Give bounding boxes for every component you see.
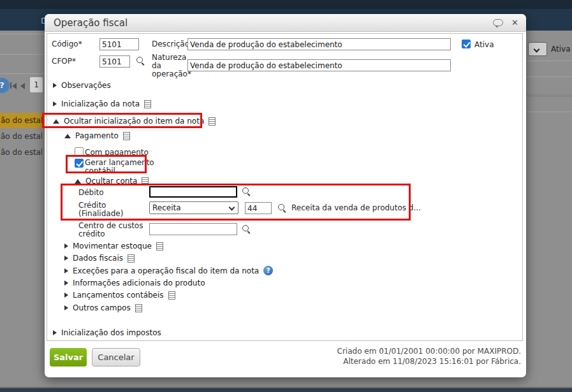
operacao-fiscal-dialog: Operação fiscal ✕ Código* Descrição* Ati… — [45, 14, 526, 377]
app-top-bar — [0, 0, 572, 9]
app-bottom-bar — [0, 387, 572, 392]
credito-code-input[interactable] — [245, 202, 272, 214]
comment-icon[interactable] — [493, 19, 503, 26]
close-icon[interactable]: ✕ — [511, 18, 518, 27]
section-ocultar-item-nota[interactable]: Ocultar inicialização do item da nota — [53, 117, 216, 126]
section-label: Inicialização da nota — [61, 99, 140, 108]
bg-divider — [526, 76, 572, 77]
screen: Duplicar ? 1 ão do estabe ão do estabe ã… — [0, 0, 572, 392]
form-panel: Código* Descrição* Ativa CFOP* Natureza … — [47, 33, 523, 341]
section-label: Informações adicionais do produto — [73, 279, 205, 287]
audit-stamps: Criado em 01/01/2001 00:00:00 por MAXIPR… — [337, 346, 521, 367]
section-observacoes[interactable]: Observações — [53, 81, 111, 90]
bg-divider — [526, 61, 572, 61]
previous-page-icon[interactable] — [20, 82, 25, 91]
debito-input[interactable] — [149, 186, 237, 198]
document-icon[interactable] — [135, 304, 142, 312]
section-label: Ocultar conta — [85, 177, 137, 185]
section-lancamentos-contabeis[interactable]: Lançamentos contábeis — [64, 291, 175, 300]
com-pagamento-label: Com pagamento — [85, 149, 149, 157]
table-row[interactable]: ão do estabe — [0, 129, 42, 144]
section-outros-campos[interactable]: Outros campos — [64, 303, 142, 312]
save-button[interactable]: Salvar — [50, 348, 87, 367]
section-label: Outros campos — [73, 303, 131, 312]
triangle-expanded-icon — [75, 179, 81, 184]
section-movimentar-estoque[interactable]: Movimentar estoque — [64, 242, 163, 250]
bg-divider — [0, 54, 45, 55]
chevron-down-icon — [229, 205, 235, 211]
first-page-icon[interactable] — [10, 82, 17, 89]
section-inicializacao-nota[interactable]: Inicialização da nota — [53, 99, 151, 108]
section-label: Exceções para a operação fiscal do item … — [73, 266, 259, 275]
credito-description: Receita da venda de produtos d... — [291, 204, 421, 212]
table-row[interactable]: ão do estabe — [0, 113, 42, 128]
triangle-collapsed-icon — [64, 293, 68, 298]
document-icon[interactable] — [209, 117, 216, 126]
debito-label: Débito — [78, 189, 104, 197]
created-text: Criado em 01/01/2001 00:00:00 por MAXIPR… — [337, 346, 521, 356]
section-ocultar-conta[interactable]: Ocultar conta — [75, 177, 149, 185]
triangle-expanded-icon — [53, 119, 59, 124]
section-informacoes-produto[interactable]: Informações adicionais do produto — [64, 279, 205, 287]
altered-text: Alterado em 11/08/2023 15:16:01 por Fábr… — [337, 356, 521, 367]
section-inicializacao-impostos[interactable]: Inicialização dos impostos — [53, 328, 161, 337]
ativa-label: Ativa — [474, 41, 494, 49]
select-value: Receita — [152, 203, 181, 212]
document-icon[interactable] — [156, 242, 163, 250]
dialog-title: Operação fiscal — [54, 17, 128, 29]
triangle-collapsed-icon — [64, 256, 68, 261]
table-row[interactable]: ão do estabe — [0, 145, 42, 160]
centro-custos-input[interactable] — [149, 223, 237, 235]
document-icon[interactable] — [128, 254, 135, 263]
gerar-lancamento-checkbox[interactable] — [75, 159, 84, 168]
document-icon[interactable] — [168, 291, 175, 300]
credito-search-icon[interactable] — [278, 204, 287, 213]
triangle-expanded-icon — [64, 134, 71, 138]
triangle-collapsed-icon — [53, 83, 57, 88]
dialog-titlebar: Operação fiscal ✕ — [45, 14, 526, 32]
section-label: Movimentar estoque — [73, 242, 152, 250]
credito-label: Crédito (Finalidade) — [78, 201, 133, 218]
document-icon[interactable] — [123, 132, 130, 140]
section-label: Observações — [61, 81, 111, 90]
bg-divider — [0, 34, 45, 34]
cfop-label: CFOP* — [52, 57, 76, 66]
ativa-checkbox[interactable] — [462, 40, 471, 48]
triangle-collapsed-icon — [64, 243, 68, 249]
natureza-label: Natureza da operação* — [152, 54, 191, 78]
bg-divider — [526, 94, 572, 97]
centro-custos-search-icon[interactable] — [242, 225, 251, 234]
codigo-input[interactable] — [99, 38, 139, 50]
section-label: Dados fiscais — [73, 254, 123, 263]
triangle-collapsed-icon — [53, 101, 57, 106]
cancel-button[interactable]: Cancelar — [92, 348, 140, 367]
debito-search-icon[interactable] — [242, 187, 251, 196]
cfop-input[interactable] — [99, 55, 130, 68]
triangle-collapsed-icon — [64, 268, 68, 273]
section-dados-fiscais[interactable]: Dados fiscais — [64, 254, 135, 263]
section-label: Pagamento — [75, 131, 119, 140]
ativa-filter-dropdown[interactable] — [528, 42, 547, 56]
section-label: Lançamentos contábeis — [73, 291, 164, 300]
bg-divider — [526, 112, 572, 112]
descricao-input[interactable] — [187, 38, 451, 50]
gerar-lancamento-label: Gerar lançamento contábil — [85, 159, 160, 175]
document-icon[interactable] — [144, 100, 151, 108]
section-pagamento[interactable]: Pagamento — [64, 131, 130, 140]
cfop-search-icon[interactable] — [136, 57, 145, 66]
help-icon[interactable]: ? — [263, 266, 273, 275]
credito-finalidade-select[interactable]: Receita — [149, 201, 238, 214]
triangle-collapsed-icon — [64, 280, 68, 286]
page-number-input[interactable]: 1 — [29, 76, 43, 93]
ativa-filter-label: Ativa — [551, 45, 571, 54]
triangle-collapsed-icon — [53, 330, 57, 335]
centro-custos-label: Centro de custos crédito — [78, 222, 150, 238]
triangle-collapsed-icon — [64, 305, 68, 310]
natureza-input[interactable] — [187, 59, 451, 71]
bg-divider — [0, 73, 45, 74]
section-excecoes[interactable]: Exceções para a operação fiscal do item … — [64, 266, 273, 275]
section-label: Inicialização dos impostos — [61, 328, 161, 337]
codigo-label: Código* — [52, 40, 82, 48]
document-icon[interactable] — [142, 177, 149, 185]
com-pagamento-checkbox[interactable] — [75, 147, 84, 156]
